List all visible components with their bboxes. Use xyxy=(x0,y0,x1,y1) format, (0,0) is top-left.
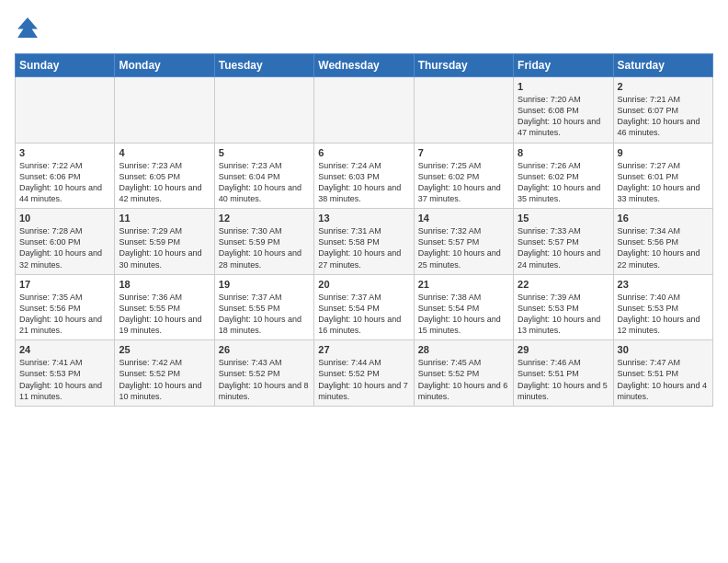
day-number: 19 xyxy=(219,279,310,290)
calendar-cell: 1Sunrise: 7:20 AM Sunset: 6:08 PM Daylig… xyxy=(514,77,613,144)
calendar-cell: 15Sunrise: 7:33 AM Sunset: 5:57 PM Dayli… xyxy=(514,209,613,275)
day-number: 27 xyxy=(318,344,409,355)
day-info: Sunrise: 7:23 AM Sunset: 6:04 PM Dayligh… xyxy=(219,160,310,205)
day-info: Sunrise: 7:37 AM Sunset: 5:55 PM Dayligh… xyxy=(219,292,310,337)
logo-icon xyxy=(15,15,40,40)
calendar-cell: 27Sunrise: 7:44 AM Sunset: 5:52 PM Dayli… xyxy=(314,340,414,407)
calendar-header-wednesday: Wednesday xyxy=(314,54,414,77)
day-info: Sunrise: 7:44 AM Sunset: 5:52 PM Dayligh… xyxy=(318,357,409,402)
calendar-cell: 12Sunrise: 7:30 AM Sunset: 5:59 PM Dayli… xyxy=(214,209,313,275)
calendar-header-sunday: Sunday xyxy=(16,54,115,77)
page: SundayMondayTuesdayWednesdayThursdayFrid… xyxy=(0,0,728,416)
day-info: Sunrise: 7:33 AM Sunset: 5:57 PM Dayligh… xyxy=(518,225,609,270)
day-number: 30 xyxy=(618,344,709,355)
header xyxy=(15,15,713,44)
calendar-week-3: 17Sunrise: 7:35 AM Sunset: 5:56 PM Dayli… xyxy=(16,274,713,340)
day-info: Sunrise: 7:22 AM Sunset: 6:06 PM Dayligh… xyxy=(19,160,110,205)
day-number: 23 xyxy=(618,279,709,290)
day-info: Sunrise: 7:25 AM Sunset: 6:02 PM Dayligh… xyxy=(418,160,509,205)
calendar-cell xyxy=(115,77,214,144)
day-number: 18 xyxy=(119,279,210,290)
day-info: Sunrise: 7:26 AM Sunset: 6:02 PM Dayligh… xyxy=(518,160,609,205)
day-info: Sunrise: 7:30 AM Sunset: 5:59 PM Dayligh… xyxy=(219,225,310,270)
calendar-cell: 26Sunrise: 7:43 AM Sunset: 5:52 PM Dayli… xyxy=(214,340,313,407)
calendar-header-thursday: Thursday xyxy=(414,54,513,77)
calendar-cell: 9Sunrise: 7:27 AM Sunset: 6:01 PM Daylig… xyxy=(613,143,712,209)
day-number: 11 xyxy=(119,213,210,224)
calendar-cell: 20Sunrise: 7:37 AM Sunset: 5:54 PM Dayli… xyxy=(314,274,414,340)
day-number: 28 xyxy=(418,344,509,355)
day-number: 13 xyxy=(318,213,409,224)
calendar-header-monday: Monday xyxy=(115,54,214,77)
day-info: Sunrise: 7:28 AM Sunset: 6:00 PM Dayligh… xyxy=(19,225,110,270)
day-number: 10 xyxy=(19,213,110,224)
day-number: 15 xyxy=(518,213,609,224)
calendar-cell: 6Sunrise: 7:24 AM Sunset: 6:03 PM Daylig… xyxy=(314,143,414,209)
calendar-cell: 2Sunrise: 7:21 AM Sunset: 6:07 PM Daylig… xyxy=(613,77,712,144)
calendar-header-saturday: Saturday xyxy=(613,54,712,77)
calendar-cell: 19Sunrise: 7:37 AM Sunset: 5:55 PM Dayli… xyxy=(214,274,313,340)
day-number: 8 xyxy=(518,147,609,158)
calendar-cell: 13Sunrise: 7:31 AM Sunset: 5:58 PM Dayli… xyxy=(314,209,414,275)
calendar-cell: 30Sunrise: 7:47 AM Sunset: 5:51 PM Dayli… xyxy=(613,340,712,407)
day-number: 20 xyxy=(318,279,409,290)
calendar-cell: 7Sunrise: 7:25 AM Sunset: 6:02 PM Daylig… xyxy=(414,143,513,209)
calendar-cell: 8Sunrise: 7:26 AM Sunset: 6:02 PM Daylig… xyxy=(514,143,613,209)
day-info: Sunrise: 7:41 AM Sunset: 5:53 PM Dayligh… xyxy=(19,357,110,402)
svg-marker-0 xyxy=(17,17,38,38)
calendar-cell: 17Sunrise: 7:35 AM Sunset: 5:56 PM Dayli… xyxy=(16,274,115,340)
calendar-cell: 14Sunrise: 7:32 AM Sunset: 5:57 PM Dayli… xyxy=(414,209,513,275)
day-number: 24 xyxy=(19,344,110,355)
calendar-cell: 28Sunrise: 7:45 AM Sunset: 5:52 PM Dayli… xyxy=(414,340,513,407)
day-info: Sunrise: 7:24 AM Sunset: 6:03 PM Dayligh… xyxy=(318,160,409,205)
day-number: 26 xyxy=(219,344,310,355)
calendar-cell: 5Sunrise: 7:23 AM Sunset: 6:04 PM Daylig… xyxy=(214,143,313,209)
day-number: 2 xyxy=(618,81,709,92)
day-info: Sunrise: 7:47 AM Sunset: 5:51 PM Dayligh… xyxy=(618,357,709,402)
day-info: Sunrise: 7:34 AM Sunset: 5:56 PM Dayligh… xyxy=(618,225,709,270)
day-number: 9 xyxy=(618,147,709,158)
day-info: Sunrise: 7:40 AM Sunset: 5:53 PM Dayligh… xyxy=(618,292,709,337)
day-number: 14 xyxy=(418,213,509,224)
day-info: Sunrise: 7:38 AM Sunset: 5:54 PM Dayligh… xyxy=(418,292,509,337)
day-number: 6 xyxy=(318,147,409,158)
day-number: 5 xyxy=(219,147,310,158)
day-info: Sunrise: 7:29 AM Sunset: 5:59 PM Dayligh… xyxy=(119,225,210,270)
day-info: Sunrise: 7:27 AM Sunset: 6:01 PM Dayligh… xyxy=(618,160,709,205)
calendar-week-2: 10Sunrise: 7:28 AM Sunset: 6:00 PM Dayli… xyxy=(16,209,713,275)
day-info: Sunrise: 7:46 AM Sunset: 5:51 PM Dayligh… xyxy=(518,357,609,402)
calendar-cell: 4Sunrise: 7:23 AM Sunset: 6:05 PM Daylig… xyxy=(115,143,214,209)
day-info: Sunrise: 7:39 AM Sunset: 5:53 PM Dayligh… xyxy=(518,292,609,337)
calendar-cell xyxy=(414,77,513,144)
calendar-cell: 22Sunrise: 7:39 AM Sunset: 5:53 PM Dayli… xyxy=(514,274,613,340)
calendar-header-tuesday: Tuesday xyxy=(214,54,313,77)
calendar-cell: 24Sunrise: 7:41 AM Sunset: 5:53 PM Dayli… xyxy=(16,340,115,407)
calendar-cell xyxy=(314,77,414,144)
day-info: Sunrise: 7:43 AM Sunset: 5:52 PM Dayligh… xyxy=(219,357,310,402)
calendar-cell xyxy=(214,77,313,144)
day-number: 7 xyxy=(418,147,509,158)
calendar-week-1: 3Sunrise: 7:22 AM Sunset: 6:06 PM Daylig… xyxy=(16,143,713,209)
logo xyxy=(15,15,42,44)
calendar-cell: 18Sunrise: 7:36 AM Sunset: 5:55 PM Dayli… xyxy=(115,274,214,340)
calendar-cell: 21Sunrise: 7:38 AM Sunset: 5:54 PM Dayli… xyxy=(414,274,513,340)
day-number: 22 xyxy=(518,279,609,290)
day-info: Sunrise: 7:20 AM Sunset: 6:08 PM Dayligh… xyxy=(518,94,609,139)
day-info: Sunrise: 7:36 AM Sunset: 5:55 PM Dayligh… xyxy=(119,292,210,337)
day-number: 29 xyxy=(518,344,609,355)
calendar-cell: 3Sunrise: 7:22 AM Sunset: 6:06 PM Daylig… xyxy=(16,143,115,209)
day-info: Sunrise: 7:32 AM Sunset: 5:57 PM Dayligh… xyxy=(418,225,509,270)
day-number: 1 xyxy=(518,81,609,92)
day-info: Sunrise: 7:37 AM Sunset: 5:54 PM Dayligh… xyxy=(318,292,409,337)
day-number: 25 xyxy=(119,344,210,355)
calendar-cell: 16Sunrise: 7:34 AM Sunset: 5:56 PM Dayli… xyxy=(613,209,712,275)
day-number: 3 xyxy=(19,147,110,158)
calendar-cell xyxy=(16,77,115,144)
calendar-cell: 29Sunrise: 7:46 AM Sunset: 5:51 PM Dayli… xyxy=(514,340,613,407)
day-info: Sunrise: 7:23 AM Sunset: 6:05 PM Dayligh… xyxy=(119,160,210,205)
day-number: 21 xyxy=(418,279,509,290)
calendar-cell: 25Sunrise: 7:42 AM Sunset: 5:52 PM Dayli… xyxy=(115,340,214,407)
calendar-cell: 10Sunrise: 7:28 AM Sunset: 6:00 PM Dayli… xyxy=(16,209,115,275)
day-info: Sunrise: 7:31 AM Sunset: 5:58 PM Dayligh… xyxy=(318,225,409,270)
calendar-cell: 23Sunrise: 7:40 AM Sunset: 5:53 PM Dayli… xyxy=(613,274,712,340)
